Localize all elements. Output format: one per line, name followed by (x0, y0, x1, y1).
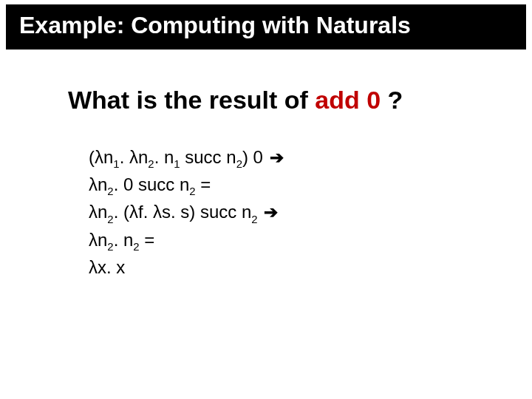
l3-sub2: 2 (107, 214, 113, 225)
derivation-block: (λn1. λn2. n1 succ n2) 0 ➔ λn2. 0 succ n… (89, 145, 532, 281)
l2-sub2b: 2 (189, 185, 195, 197)
derivation-line-3: λn2. (λf. λs. s) succ n2 ➔ (89, 200, 532, 227)
l2-sub2: 2 (107, 185, 113, 197)
question-line: What is the result of add 0 ? (68, 85, 532, 115)
question-suffix: ? (381, 86, 403, 114)
l1-sub1b: 1 (174, 158, 180, 170)
title-text: Example: Computing with Naturals (19, 12, 411, 38)
l3-lam3: λ (153, 202, 162, 222)
l1-sub2b: 2 (236, 158, 242, 170)
derivation-line-5: λx. x (89, 255, 532, 281)
question-accent: add 0 (315, 86, 381, 114)
derivation-line-4: λn2. n2 = (89, 228, 532, 255)
l4-mid: . n (114, 230, 134, 250)
l1-sub2: 2 (148, 158, 154, 170)
l4-n2a: n (98, 230, 107, 250)
l3-s: s. s) succ n (162, 202, 251, 222)
l1-close: ) 0 (242, 147, 268, 167)
slide-title: Example: Computing with Naturals (6, 4, 526, 50)
l3-arrow: ➔ (262, 202, 278, 222)
derivation-line-1: (λn1. λn2. n1 succ n2) 0 ➔ (89, 145, 532, 172)
l5-body: x. x (98, 257, 125, 277)
l5-lam: λ (89, 257, 98, 277)
l1-n1: n (103, 147, 113, 167)
question-prefix: What is the result of (68, 86, 315, 114)
l1-lam2: λ (129, 147, 138, 167)
l1-open: ( (89, 147, 95, 167)
l1-mid: succ n (180, 147, 236, 167)
l2-lam: λ (89, 174, 98, 194)
l1-dot1: . (120, 147, 129, 167)
l3-f: f. (138, 202, 153, 222)
l2-tail: = (196, 174, 211, 194)
l4-tail: = (140, 230, 155, 250)
l3-lam1: λ (89, 202, 98, 222)
l1-n2: n (138, 147, 148, 167)
l1-sub1: 1 (113, 158, 119, 170)
l2-mid: . 0 succ n (114, 174, 190, 194)
l1-arrow: ➔ (268, 148, 284, 167)
l1-dot2: . n (154, 147, 174, 167)
derivation-line-2: λn2. 0 succ n2 = (89, 172, 532, 200)
l1-lam1: λ (95, 147, 103, 167)
l4-sub2a: 2 (107, 241, 113, 253)
l3-dotopen: . ( (114, 202, 129, 222)
l3-n2: n (98, 202, 107, 222)
l2-n2: n (98, 174, 107, 194)
l3-sub2b: 2 (251, 214, 257, 225)
l4-sub2b: 2 (133, 241, 139, 253)
l3-lam2: λ (129, 202, 138, 222)
l4-lam: λ (89, 230, 98, 250)
